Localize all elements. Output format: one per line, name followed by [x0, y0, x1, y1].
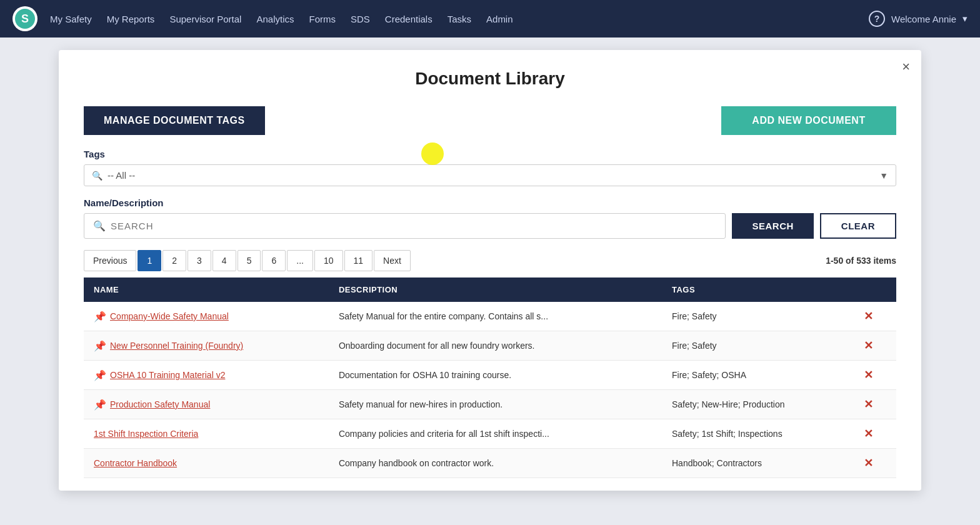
search-row: 🔍 SEARCH CLEAR: [84, 213, 896, 239]
cell-name: 📌OSHA 10 Training Material v2: [84, 361, 329, 390]
table-row: 📌Company-Wide Safety ManualSafety Manual…: [84, 302, 896, 331]
cell-name: Contractor Handbook: [84, 449, 329, 478]
pagination-page-3[interactable]: 3: [188, 250, 211, 271]
col-name: NAME: [84, 278, 329, 302]
cell-tags: Fire; Safety; OSHA: [662, 361, 854, 390]
table-row: Contractor HandbookCompany handbook on c…: [84, 449, 896, 478]
name-description-label: Name/Description: [84, 198, 896, 208]
table-row: 📌OSHA 10 Training Material v2Documentati…: [84, 361, 896, 390]
cell-description: Company policies and criteria for all 1s…: [329, 419, 662, 449]
cell-description: Safety Manual for the entire company. Co…: [329, 302, 662, 331]
pagination-page-2[interactable]: 2: [162, 250, 186, 271]
nav-sds[interactable]: SDS: [351, 14, 370, 24]
delete-document-button[interactable]: ✕: [864, 309, 873, 323]
search-input-icon: 🔍: [93, 220, 106, 232]
manage-document-tags-button[interactable]: MANAGE DOCUMENT TAGS: [84, 106, 265, 135]
cell-delete: ✕: [854, 390, 896, 419]
delete-document-button[interactable]: ✕: [864, 456, 873, 470]
tags-label: Tags: [84, 149, 896, 159]
search-button[interactable]: SEARCH: [732, 213, 813, 239]
document-pin-icon: 📌: [94, 369, 106, 381]
cell-name: 1st Shift Inspection Criteria: [84, 419, 329, 449]
cell-name: 📌Company-Wide Safety Manual: [84, 302, 329, 331]
tags-dropdown[interactable]: 🔍 -- All -- ▼: [84, 164, 896, 186]
document-pin-icon: 📌: [94, 340, 106, 352]
tags-search-icon: 🔍: [92, 171, 102, 181]
cell-tags: Safety; New-Hire; Production: [662, 390, 854, 419]
cell-description: Company handbook on contractor work.: [329, 449, 662, 478]
welcome-text: Welcome Annie: [891, 14, 956, 24]
document-library-modal: × Document Library MANAGE DOCUMENT TAGS …: [59, 50, 921, 491]
cell-tags: Fire; Safety: [662, 331, 854, 361]
col-actions: [854, 278, 896, 302]
cell-delete: ✕: [854, 361, 896, 390]
nav-forms[interactable]: Forms: [309, 14, 336, 24]
table-row: 📌Production Safety ManualSafety manual f…: [84, 390, 896, 419]
document-pin-icon: 📌: [94, 399, 106, 411]
nav-analytics[interactable]: Analytics: [256, 14, 294, 24]
cell-tags: Handbook; Contractors: [662, 449, 854, 478]
table-row: 1st Shift Inspection CriteriaCompany pol…: [84, 419, 896, 449]
pagination-page-5[interactable]: 5: [238, 250, 261, 271]
cell-description: Documentation for OSHA 10 training cours…: [329, 361, 662, 390]
cell-delete: ✕: [854, 419, 896, 449]
cell-delete: ✕: [854, 302, 896, 331]
top-action-buttons: MANAGE DOCUMENT TAGS ADD NEW DOCUMENT: [84, 106, 896, 135]
items-count: 1-50 of 533 items: [826, 256, 896, 266]
modal-close-button[interactable]: ×: [902, 59, 910, 75]
document-name-link[interactable]: Production Safety Manual: [110, 399, 210, 409]
logo-letter: S: [15, 9, 35, 29]
nav-my-reports[interactable]: My Reports: [107, 14, 155, 24]
document-name-link[interactable]: Contractor Handbook: [94, 458, 177, 468]
delete-document-button[interactable]: ✕: [864, 368, 873, 382]
delete-document-button[interactable]: ✕: [864, 427, 873, 441]
cell-tags: Safety; 1st Shift; Inspections: [662, 419, 854, 449]
document-name-link[interactable]: OSHA 10 Training Material v2: [110, 370, 225, 380]
pagination-page-1[interactable]: 1: [138, 250, 161, 271]
navigation: S My Safety My Reports Supervisor Portal…: [0, 0, 980, 38]
nav-right: ? Welcome Annie ▾: [869, 11, 968, 27]
cell-description: Safety manual for new-hires in productio…: [329, 390, 662, 419]
search-input-wrap: 🔍: [84, 213, 726, 239]
help-icon[interactable]: ?: [869, 11, 885, 27]
nav-tasks[interactable]: Tasks: [448, 14, 471, 24]
pagination-ellipsis: ...: [287, 250, 313, 271]
cell-name: 📌New Personnel Training (Foundry): [84, 331, 329, 361]
logo: S: [12, 6, 38, 31]
delete-document-button[interactable]: ✕: [864, 339, 873, 352]
table-row: 📌New Personnel Training (Foundry)Onboard…: [84, 331, 896, 361]
cell-tags: Fire; Safety: [662, 302, 854, 331]
pagination-row: Previous 1 2 3 4 5 6 ... 10 11 Next 1-50…: [84, 250, 896, 271]
pagination-page-6[interactable]: 6: [262, 250, 286, 271]
nav-credentials[interactable]: Credentials: [385, 14, 432, 24]
pagination-page-4[interactable]: 4: [212, 250, 236, 271]
pagination: Previous 1 2 3 4 5 6 ... 10 11 Next: [84, 250, 411, 271]
pagination-prev[interactable]: Previous: [84, 250, 136, 271]
document-name-link[interactable]: New Personnel Training (Foundry): [110, 341, 243, 351]
backdrop: × Document Library MANAGE DOCUMENT TAGS …: [0, 38, 980, 525]
table-header-row: NAME DESCRIPTION TAGS: [84, 278, 896, 302]
user-dropdown-icon[interactable]: ▾: [962, 13, 968, 24]
cell-name: 📌Production Safety Manual: [84, 390, 329, 419]
delete-document-button[interactable]: ✕: [864, 398, 873, 411]
add-new-document-button[interactable]: ADD NEW DOCUMENT: [721, 106, 896, 135]
cell-delete: ✕: [854, 331, 896, 361]
clear-button[interactable]: CLEAR: [820, 213, 896, 239]
cell-delete: ✕: [854, 449, 896, 478]
tags-value: -- All --: [108, 170, 879, 181]
documents-table: NAME DESCRIPTION TAGS 📌Company-Wide Safe…: [84, 278, 896, 478]
cell-description: Onboarding document for all new foundry …: [329, 331, 662, 361]
pagination-next[interactable]: Next: [374, 250, 411, 271]
col-description: DESCRIPTION: [329, 278, 662, 302]
nav-supervisor-portal[interactable]: Supervisor Portal: [169, 14, 241, 24]
document-name-link[interactable]: 1st Shift Inspection Criteria: [94, 429, 198, 439]
search-input[interactable]: [111, 221, 716, 231]
nav-admin[interactable]: Admin: [486, 14, 513, 24]
document-name-link[interactable]: Company-Wide Safety Manual: [110, 311, 229, 321]
modal-title: Document Library: [84, 69, 896, 89]
pagination-page-11[interactable]: 11: [344, 250, 373, 271]
pagination-page-10[interactable]: 10: [314, 250, 343, 271]
nav-my-safety[interactable]: My Safety: [50, 14, 92, 24]
nav-links: My Safety My Reports Supervisor Portal A…: [50, 14, 869, 24]
col-tags: TAGS: [662, 278, 854, 302]
